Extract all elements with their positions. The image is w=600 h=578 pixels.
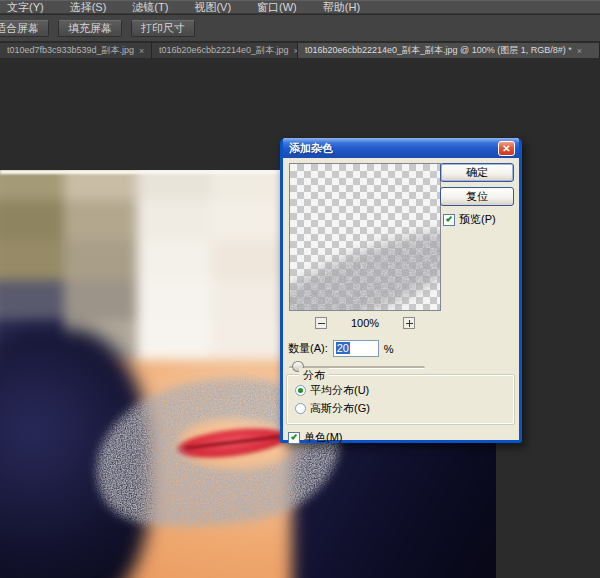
minus-icon [318, 323, 325, 324]
uniform-radio[interactable] [295, 385, 306, 396]
gaussian-radio[interactable] [295, 403, 306, 414]
zoom-in-button[interactable] [403, 317, 415, 329]
preview-checkbox-row: 预览(P) [443, 212, 496, 227]
distribution-group: 分布 平均分布(U) 高斯分布(G) [286, 374, 515, 425]
dialog-body: 100% 确定 复位 预览(P) 数量(A): 20 % 分布 [283, 158, 519, 440]
dialog-title-bar[interactable]: 添加杂色 ✕ [283, 138, 519, 158]
options-bar: 适合屏幕 填充屏幕 打印尺寸 [0, 15, 600, 42]
dialog-close-icon[interactable]: ✕ [498, 141, 515, 156]
check-icon [291, 433, 297, 439]
amount-unit: % [384, 343, 394, 355]
fill-screen-button[interactable]: 填充屏幕 [58, 20, 122, 37]
uniform-radio-label: 平均分布(U) [310, 383, 369, 398]
noise-preview[interactable] [289, 163, 441, 311]
noise-preview-band [290, 164, 440, 310]
monochromatic-checkbox[interactable] [288, 432, 300, 444]
print-size-button[interactable]: 打印尺寸 [131, 20, 195, 37]
menu-item-help[interactable]: 帮助(H) [310, 0, 373, 15]
document-tab-bar: t010ed7fb3c933b539d_副本.jpg × t016b20e6cb… [0, 43, 600, 58]
amount-row: 数量(A): 20 % [288, 340, 394, 357]
menu-item-filter[interactable]: 滤镜(T) [119, 0, 181, 15]
gaussian-radio-row: 高斯分布(G) [295, 401, 370, 416]
check-icon [446, 215, 452, 221]
menu-bar: 文字(Y) 选择(S) 滤镜(T) 视图(V) 窗口(W) 帮助(H) [0, 0, 600, 14]
preview-checkbox-label: 预览(P) [459, 212, 496, 227]
tab-close-icon[interactable]: × [139, 46, 144, 56]
amount-input[interactable]: 20 [333, 340, 379, 357]
distribution-label: 分布 [299, 368, 329, 383]
tab-label: t016b20e6cbb22214e0_副本.jpg [159, 44, 289, 57]
preview-zoom-controls: 100% [289, 316, 441, 330]
tab-document-3-active[interactable]: t016b20e6cbb22214e0_副本_副本.jpg @ 100% (图层… [298, 43, 600, 58]
tab-document-1[interactable]: t010ed7fb3c933b539d_副本.jpg × [0, 43, 152, 58]
tab-document-2[interactable]: t016b20e6cbb22214e0_副本.jpg × [152, 43, 298, 58]
monochromatic-checkbox-row: 单色(M) [288, 430, 343, 445]
canvas-workspace: 添加杂色 ✕ [0, 58, 600, 578]
amount-label: 数量(A): [288, 341, 328, 356]
tab-label: t010ed7fb3c933b539d_副本.jpg [7, 44, 134, 57]
menu-item-type[interactable]: 文字(Y) [0, 0, 57, 15]
gaussian-radio-label: 高斯分布(G) [310, 401, 370, 416]
preview-checkbox[interactable] [443, 214, 455, 226]
menu-item-select[interactable]: 选择(S) [57, 0, 120, 15]
uniform-radio-row: 平均分布(U) [295, 383, 369, 398]
amount-value-selected: 20 [336, 342, 350, 354]
tab-label: t016b20e6cbb22214e0_副本_副本.jpg @ 100% (图层… [305, 44, 572, 57]
dialog-title: 添加杂色 [289, 141, 498, 156]
ok-button[interactable]: 确定 [440, 163, 514, 182]
menu-item-view[interactable]: 视图(V) [181, 0, 244, 15]
plus-icon [406, 323, 413, 324]
tab-close-icon[interactable]: × [577, 46, 582, 56]
zoom-out-button[interactable] [315, 317, 327, 329]
add-noise-dialog: 添加杂色 ✕ [280, 138, 522, 443]
monochromatic-checkbox-label: 单色(M) [304, 430, 343, 445]
zoom-level: 100% [351, 317, 379, 329]
fit-screen-button[interactable]: 适合屏幕 [0, 20, 49, 37]
reset-button[interactable]: 复位 [440, 187, 514, 206]
menu-item-window[interactable]: 窗口(W) [244, 0, 310, 15]
